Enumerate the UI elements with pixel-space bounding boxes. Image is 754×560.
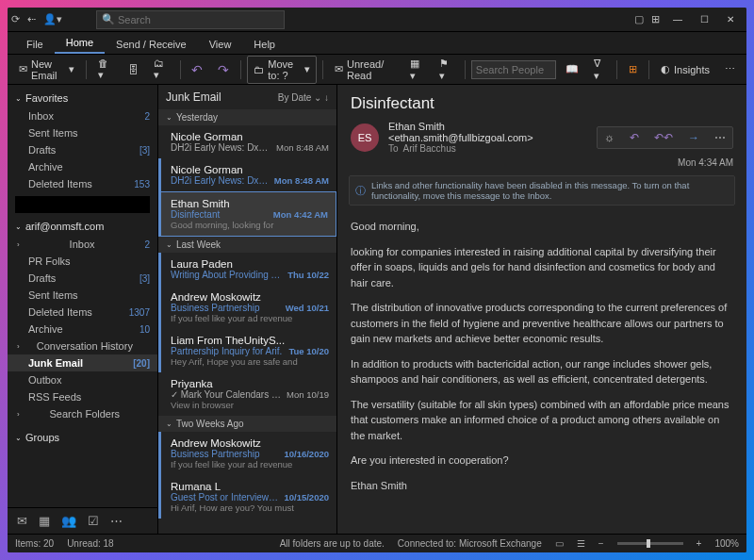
ribbon-tabs: FileHomeSend / ReceiveViewHelp xyxy=(8,32,746,55)
status-connection: Connected to: Microsoft Exchange xyxy=(398,538,542,549)
reading-actions: ☼ ↶ ↶↶ → ⋯ xyxy=(597,126,733,149)
delete-button[interactable]: 🗑 ▾ xyxy=(92,55,119,84)
tab-sendreceive[interactable]: Send / Receive xyxy=(105,35,198,54)
msg-group-header[interactable]: ⌄ Last Week xyxy=(158,237,336,253)
nav-fav-drafts[interactable]: Drafts[3] xyxy=(8,141,157,158)
message-row[interactable]: Nicole GormanDH2i Early News: DxOdyssey … xyxy=(158,125,336,158)
folder-button[interactable]: 🗂 ▾ xyxy=(148,55,174,84)
zoom-out-icon[interactable]: − xyxy=(598,538,604,549)
nav-archive[interactable]: Archive10 xyxy=(8,321,157,338)
flag-button[interactable]: ⚑ ▾ xyxy=(434,55,459,85)
view-reading-icon[interactable]: ☰ xyxy=(577,538,585,549)
tab-file[interactable]: File xyxy=(15,35,55,54)
nav-sent-items[interactable]: Sent Items xyxy=(8,287,157,304)
people-view-icon[interactable]: 👥 xyxy=(61,514,76,528)
nav-outbox[interactable]: Outbox xyxy=(8,371,157,388)
nav-rss-feeds[interactable]: RSS Feeds xyxy=(8,388,157,405)
sort-dropdown[interactable]: By Date ⌄ ↓ xyxy=(278,92,329,103)
title-bar: ⟳ ⇠ 👤▾ 🔍 ▢ ⊞ — ☐ ✕ xyxy=(8,8,746,32)
back-icon[interactable]: ⇠ xyxy=(27,13,36,25)
addin1-button[interactable]: ⊞ xyxy=(623,60,643,78)
redacted-block xyxy=(15,196,150,213)
nav-favorites-header[interactable]: ⌄Favorites xyxy=(8,89,157,107)
more-actions-icon[interactable]: ⋯ xyxy=(708,127,732,148)
msg-group-header[interactable]: ⌄ Two Weeks Ago xyxy=(158,416,336,432)
folder-list: ⌄FavoritesInbox2Sent ItemsDrafts[3]Archi… xyxy=(8,85,157,507)
nav-pr-folks[interactable]: PR Folks xyxy=(8,253,157,270)
nav-deleted-items[interactable]: Deleted Items1307 xyxy=(8,304,157,321)
main-area: ⌄FavoritesInbox2Sent ItemsDrafts[3]Archi… xyxy=(8,85,746,534)
zoom-in-icon[interactable]: + xyxy=(697,538,702,549)
message-list-header: Junk Email By Date ⌄ ↓ xyxy=(158,85,336,109)
nav-fav-inbox[interactable]: Inbox2 xyxy=(8,107,157,124)
move-to-dropdown[interactable]: 🗀 Move to: ? ▾ xyxy=(247,56,317,84)
ribbon-toggle-icon[interactable]: ▢ xyxy=(634,13,644,25)
search-people-input[interactable] xyxy=(471,60,556,79)
nav-inbox[interactable]: › Inbox2 xyxy=(8,236,157,253)
insights-button[interactable]: ◐ Insights xyxy=(655,60,715,78)
status-sync: All folders are up to date. xyxy=(280,538,385,549)
undo-button[interactable]: ↶ xyxy=(186,59,208,80)
unread-read-button[interactable]: ✉ Unread/ Read xyxy=(329,56,401,84)
message-row[interactable]: Rumana LGuest Post or Interview opp...10… xyxy=(158,475,336,519)
nav-fav-sent-items[interactable]: Sent Items xyxy=(8,124,157,141)
reading-time: Mon 4:34 AM xyxy=(337,157,746,172)
calendar-view-icon[interactable]: ▦ xyxy=(39,514,50,528)
message-row[interactable]: Ethan SmithDisinfectantMon 4:42 AMGood m… xyxy=(158,191,336,237)
reading-meta: Ethan Smith <ethan.smith@fullbizgoal.com… xyxy=(388,121,587,154)
sync-icon[interactable]: ⟳ xyxy=(11,13,20,25)
msg-group-header[interactable]: ⌄ Yesterday xyxy=(158,109,336,125)
address-book-button[interactable]: 📖 xyxy=(560,60,584,78)
body-paragraph: The versatility (suitable for all skin t… xyxy=(351,397,733,444)
reading-from: Ethan Smith <ethan.smith@fullbizgoal.com… xyxy=(388,121,587,143)
minimize-button[interactable]: — xyxy=(665,10,690,29)
nav-search-folders[interactable]: › Search Folders xyxy=(8,405,157,422)
sun-icon[interactable]: ☼ xyxy=(598,127,621,148)
maximize-button[interactable]: ☐ xyxy=(692,10,716,29)
window-controls: — ☐ ✕ xyxy=(665,10,743,29)
avatar: ES xyxy=(351,124,379,152)
close-button[interactable]: ✕ xyxy=(718,10,743,29)
nav-fav-deleted-items[interactable]: Deleted Items153 xyxy=(8,175,157,192)
nav-account-header[interactable]: ⌄arif@onmsft.com xyxy=(8,217,157,236)
nav-conversation-history[interactable]: › Conversation History xyxy=(8,338,157,354)
filter-button[interactable]: ∇ ▾ xyxy=(588,55,612,85)
body-paragraph: Good morning, xyxy=(351,219,733,235)
title-right-icons: ▢ ⊞ xyxy=(634,13,660,25)
search-input[interactable] xyxy=(96,10,285,29)
zoom-level: 100% xyxy=(714,538,739,549)
message-row[interactable]: Andrew MoskowitzBusiness Partnership10/1… xyxy=(158,432,336,475)
message-row[interactable]: Priyanka✓ Mark Your Calendars to M...Mon… xyxy=(158,372,336,416)
nav-junk-email[interactable]: Junk Email[20] xyxy=(8,354,157,371)
message-row[interactable]: Andrew MoskowitzBusiness PartnershipWed … xyxy=(158,286,336,329)
zoom-slider[interactable] xyxy=(617,542,683,545)
forward-icon[interactable]: → xyxy=(681,127,706,148)
reply-all-icon[interactable]: ↶↶ xyxy=(647,127,680,148)
mail-view-icon[interactable]: ✉ xyxy=(17,514,27,528)
info-bar[interactable]: ⓘ Links and other functionality have bee… xyxy=(349,175,735,206)
reading-pane: Disinfectant ES Ethan Smith <ethan.smith… xyxy=(337,85,746,534)
tab-help[interactable]: Help xyxy=(242,35,287,54)
tab-view[interactable]: View xyxy=(198,35,243,54)
redo-button[interactable]: ↷ xyxy=(212,59,235,80)
tab-home[interactable]: Home xyxy=(55,33,105,54)
message-row[interactable]: Laura PadenWriting About Providing To...… xyxy=(158,253,336,286)
reading-body: Good morning,looking for companies inter… xyxy=(337,209,746,534)
categorize-button[interactable]: ▦ ▾ xyxy=(404,55,430,85)
person-icon[interactable]: 👤▾ xyxy=(43,13,62,25)
more-button[interactable]: ⋯ xyxy=(719,60,741,78)
message-row[interactable]: Nicole GormanDH2i Early News: DxOdysse..… xyxy=(158,158,336,191)
archive-button[interactable]: 🗄 xyxy=(123,61,144,78)
message-row[interactable]: Liam From TheUnityS...Partnership Inquir… xyxy=(158,329,336,372)
nav-fav-archive[interactable]: Archive xyxy=(8,158,157,175)
reading-to: To Arif Bacchus xyxy=(388,143,587,154)
view-normal-icon[interactable]: ▭ xyxy=(555,538,564,549)
reply-icon[interactable]: ↶ xyxy=(623,127,646,148)
new-email-button[interactable]: ✉ New Email ▾ xyxy=(13,56,80,84)
nav-drafts[interactable]: Drafts[3] xyxy=(8,270,157,287)
more-views-icon[interactable]: ⋯ xyxy=(110,514,123,528)
ribbon: ✉ New Email ▾ 🗑 ▾ 🗄 🗂 ▾ ↶ ↷ 🗀 Move to: ?… xyxy=(8,55,746,85)
coming-soon-icon[interactable]: ⊞ xyxy=(651,13,660,25)
tasks-view-icon[interactable]: ☑ xyxy=(88,514,99,528)
nav-groups-header[interactable]: ⌄Groups xyxy=(8,428,157,447)
